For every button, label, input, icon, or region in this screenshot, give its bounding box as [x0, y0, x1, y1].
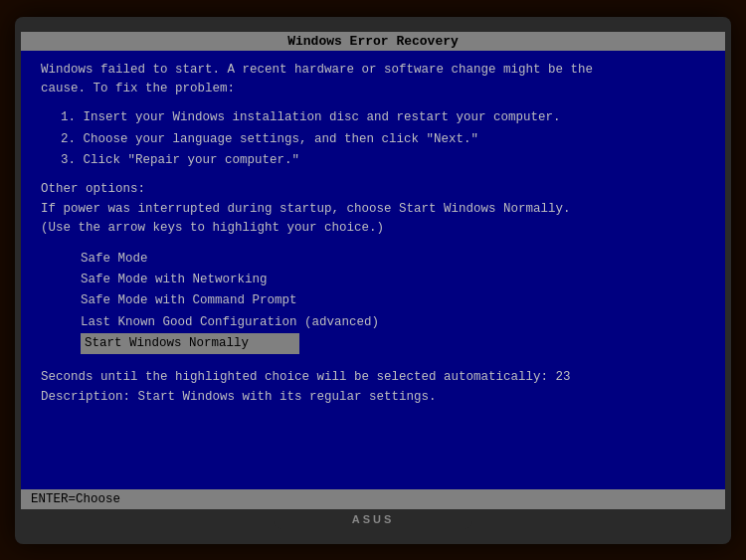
menu-item-safe-mode-networking[interactable]: Safe Mode with Networking [81, 270, 705, 290]
title-bar: Windows Error Recovery [21, 32, 725, 51]
status-line2: Description: Start Windows with its regu… [41, 388, 705, 407]
brand-label: ASUS [352, 513, 395, 525]
other-options-header: Other options: [41, 180, 705, 199]
menu-item-last-known-good[interactable]: Last Known Good Configuration (advanced) [81, 312, 705, 333]
numbered-list: 1. Insert your Windows installation disc… [61, 108, 705, 170]
menu-section: Safe Mode Safe Mode with Networking Safe… [81, 249, 705, 355]
status-section: Seconds until the highlighted choice wil… [41, 368, 705, 407]
other-options-line2: (Use the arrow keys to highlight your ch… [41, 219, 705, 238]
intro-block: Windows failed to start. A recent hardwa… [41, 61, 705, 99]
other-options-line1: If power was interrupted during startup,… [41, 200, 705, 219]
title-text: Windows Error Recovery [287, 34, 459, 49]
intro-line1: Windows failed to start. A recent hardwa… [41, 61, 705, 80]
status-line1: Seconds until the highlighted choice wil… [41, 368, 705, 387]
step-2: 2. Choose your language settings, and th… [61, 130, 705, 149]
step-1: 1. Insert your Windows installation disc… [61, 108, 705, 127]
bottom-bar[interactable]: ENTER=Choose [21, 489, 725, 509]
intro-line2: cause. To fix the problem: [41, 80, 705, 98]
screen: Windows Error Recovery Windows failed to… [21, 32, 725, 509]
enter-choose-label: ENTER=Choose [31, 492, 120, 506]
menu-item-safe-mode[interactable]: Safe Mode [81, 249, 705, 270]
monitor-outer: Windows Error Recovery Windows failed to… [15, 17, 731, 544]
monitor-base: ASUS [274, 509, 472, 529]
screen-content: Windows failed to start. A recent hardwa… [21, 51, 725, 509]
menu-item-safe-mode-command-prompt[interactable]: Safe Mode with Command Prompt [81, 290, 705, 311]
menu-item-start-normally[interactable]: Start Windows Normally [81, 333, 299, 354]
step-3: 3. Click "Repair your computer." [61, 151, 705, 170]
other-options-block: Other options: If power was interrupted … [41, 180, 705, 238]
